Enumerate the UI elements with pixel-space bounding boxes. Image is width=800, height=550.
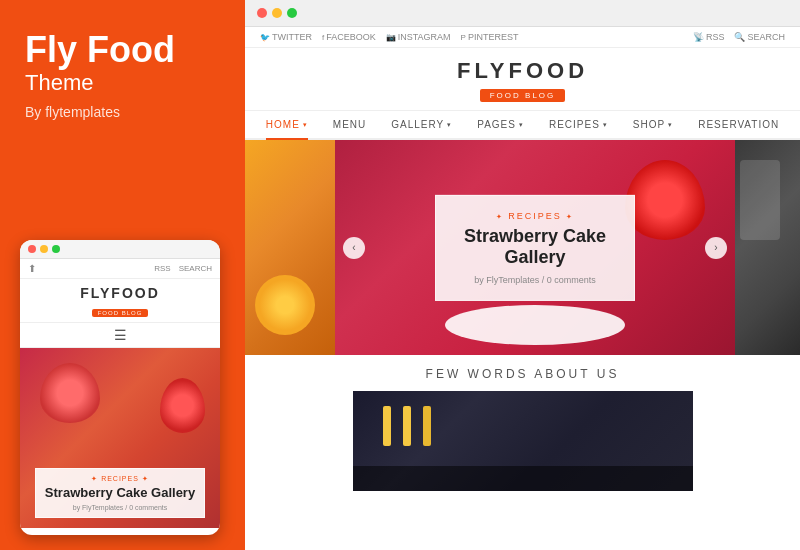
mobile-dot-red (28, 245, 36, 253)
right-panel: 🐦 TWITTER f FACEBOOK 📷 INSTAGRAM P PINTE… (245, 0, 800, 550)
mobile-share-icon: ⬆ (28, 263, 36, 274)
pinterest-link[interactable]: P PINTEREST (461, 32, 519, 42)
nav-home[interactable]: HOME ▾ (266, 119, 308, 140)
nav-recipes[interactable]: RECIPES ▾ (549, 119, 608, 130)
mobile-overlay-card: ✦ RECIPES ✦ Strawberry Cake Gallery by F… (35, 468, 205, 518)
nav-pages[interactable]: PAGES ▾ (477, 119, 524, 130)
left-panel: Fly Food Theme By flytemplates ⬆ RSS SEA… (0, 0, 245, 550)
about-section: FEW WORDS ABOUT US (245, 355, 800, 503)
restaurant-image (353, 391, 693, 491)
instagram-label: INSTAGRAM (398, 32, 451, 42)
nav-pages-caret: ▾ (519, 121, 524, 129)
social-bar: 🐦 TWITTER f FACEBOOK 📷 INSTAGRAM P PINTE… (245, 27, 800, 48)
pinterest-icon: P (461, 33, 466, 42)
browser-dot-green (287, 8, 297, 18)
social-links: 🐦 TWITTER f FACEBOOK 📷 INSTAGRAM P PINTE… (260, 32, 518, 42)
hero-card-meta-by: by FlyTemplates (474, 275, 539, 285)
byline: By flytemplates (25, 104, 220, 120)
hero-recipes-label: RECIPES (456, 210, 614, 220)
hero-main: ‹ RECIPES Strawberry Cake Gallery by Fly… (335, 140, 735, 355)
mobile-card-title: Strawberry Cake Gallery (44, 485, 196, 501)
facebook-link[interactable]: f FACEBOOK (322, 32, 376, 42)
nav-reservation[interactable]: RESERVATION (698, 119, 779, 130)
hero-card-meta-comments: 0 comments (547, 275, 596, 285)
mobile-card-meta: by FlyTemplates / 0 comments (44, 504, 196, 511)
mobile-rss-link[interactable]: RSS (154, 264, 170, 273)
mobile-hamburger-icon[interactable]: ☰ (20, 323, 220, 348)
mobile-browser-chrome (20, 240, 220, 259)
mobile-mockup: ⬆ RSS SEARCH FLYFOOD FOOD BLOG ☰ ✦ RECIP… (20, 240, 220, 535)
twitter-label: TWITTER (272, 32, 312, 42)
site-logo-badge: FOOD BLOG (480, 89, 566, 102)
hero-card-title: Strawberry Cake Gallery (456, 225, 614, 268)
nav-gallery[interactable]: GALLERY ▾ (391, 119, 452, 130)
side-image-left (245, 140, 335, 355)
facebook-icon: f (322, 33, 324, 42)
app-title: Fly Food (25, 30, 220, 70)
rss-icon-link[interactable]: 📡 RSS (693, 32, 725, 42)
facebook-label: FACEBOOK (326, 32, 376, 42)
browser-dot-yellow (272, 8, 282, 18)
website-content: 🐦 TWITTER f FACEBOOK 📷 INSTAGRAM P PINTE… (245, 27, 800, 544)
mobile-logo-badge: FOOD BLOG (92, 309, 149, 317)
twitter-icon: 🐦 (260, 33, 270, 42)
mobile-logo-area: FLYFOOD FOOD BLOG (20, 279, 220, 323)
search-icon-link[interactable]: 🔍 SEARCH (734, 32, 785, 42)
mobile-dot-yellow (40, 245, 48, 253)
site-logo-area: FLYFOOD FOOD BLOG (245, 48, 800, 111)
rss-icon: 📡 (693, 32, 704, 42)
mobile-nav-icons: RSS SEARCH (154, 264, 212, 273)
right-social-icons: 📡 RSS 🔍 SEARCH (693, 32, 785, 42)
mobile-search-link[interactable]: SEARCH (179, 264, 212, 273)
browser-dot-red (257, 8, 267, 18)
pinterest-label: PINTEREST (468, 32, 519, 42)
mobile-recipes-label: ✦ RECIPES ✦ (44, 475, 196, 483)
site-logo-text: FLYFOOD (245, 58, 800, 84)
hero-area: ‹ RECIPES Strawberry Cake Gallery by Fly… (245, 140, 800, 355)
hero-side-right (735, 140, 800, 355)
mobile-nav-bar: ⬆ RSS SEARCH (20, 259, 220, 279)
about-title: FEW WORDS ABOUT US (265, 367, 780, 381)
hero-next-button[interactable]: › (705, 237, 727, 259)
mobile-content-area: ✦ RECIPES ✦ Strawberry Cake Gallery by F… (20, 348, 220, 528)
browser-chrome (245, 0, 800, 27)
nav-shop-caret: ▾ (668, 121, 673, 129)
hero-overlay-card: RECIPES Strawberry Cake Gallery by FlyTe… (435, 194, 635, 300)
nav-gallery-caret: ▾ (447, 121, 452, 129)
hero-prev-button[interactable]: ‹ (343, 237, 365, 259)
search-icon: 🔍 (734, 32, 745, 42)
hero-side-left (245, 140, 335, 355)
mobile-dot-green (52, 245, 60, 253)
nav-home-caret: ▾ (303, 121, 308, 129)
app-subtitle: Theme (25, 70, 220, 96)
twitter-link[interactable]: 🐦 TWITTER (260, 32, 312, 42)
instagram-link[interactable]: 📷 INSTAGRAM (386, 32, 451, 42)
nav-shop[interactable]: SHOP ▾ (633, 119, 673, 130)
mobile-logo-text: FLYFOOD (24, 285, 216, 301)
nav-menu[interactable]: MENU (333, 119, 366, 130)
nav-recipes-caret: ▾ (603, 121, 608, 129)
site-nav: HOME ▾ MENU GALLERY ▾ PAGES ▾ RECIPES ▾ … (245, 111, 800, 140)
side-image-right (735, 140, 800, 355)
instagram-icon: 📷 (386, 33, 396, 42)
hero-card-meta: by FlyTemplates / 0 comments (456, 275, 614, 285)
